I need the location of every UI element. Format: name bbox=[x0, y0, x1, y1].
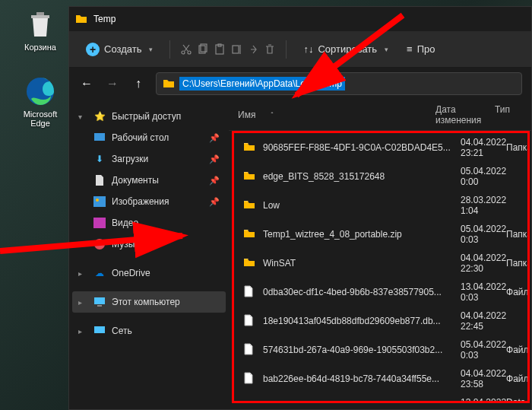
toolbar: + Создать ▾ ↑↓ Сортировать ▾ ≡ Про bbox=[69, 31, 531, 68]
star-icon: ⭐ bbox=[93, 110, 106, 122]
window-title: Temp bbox=[93, 14, 116, 24]
up-button[interactable]: ↑ bbox=[130, 75, 147, 92]
svg-point-1 bbox=[182, 51, 185, 54]
chevron-down-icon: ▾ bbox=[149, 46, 153, 53]
file-row[interactable]: 90685FEF-F88E-4DF1-9C0A-C02BDAD4E5...04.… bbox=[234, 133, 527, 162]
rename-icon[interactable] bbox=[230, 43, 243, 56]
view-label: Про bbox=[417, 43, 435, 55]
file-type: Data B bbox=[506, 397, 525, 403]
file-date: 05.04.2022 0:03 bbox=[461, 224, 506, 245]
sidebar-videos[interactable]: Видео bbox=[87, 212, 226, 234]
sidebar-item-label: Видео bbox=[112, 218, 138, 228]
sidebar-desktop[interactable]: Рабочий стол 📌 bbox=[87, 127, 226, 148]
file-type: Папка bbox=[506, 229, 530, 240]
sidebar-this-pc[interactable]: ▸ Этот компьютер bbox=[72, 291, 226, 313]
svg-point-2 bbox=[188, 51, 191, 54]
svg-point-10 bbox=[96, 199, 99, 202]
sidebar-documents[interactable]: Документы 📌 bbox=[87, 170, 226, 191]
folder-icon bbox=[163, 78, 175, 90]
pin-icon: 📌 bbox=[209, 176, 220, 186]
view-icon: ≡ bbox=[407, 43, 413, 55]
view-button[interactable]: ≡ Про bbox=[399, 39, 442, 59]
chevron-right-icon: ▸ bbox=[78, 269, 87, 278]
address-path[interactable]: C:\Users\Евгений\AppData\Local\Temp bbox=[179, 77, 345, 91]
column-date[interactable]: Дата изменения bbox=[435, 104, 495, 126]
chevron-down-icon: ▾ bbox=[78, 113, 87, 121]
plus-icon: + bbox=[86, 43, 100, 56]
edge-browser-icon[interactable]: Microsoft Edge bbox=[14, 76, 67, 128]
sort-button[interactable]: ↑↓ Сортировать ▾ bbox=[296, 39, 396, 59]
sidebar-item-label: Документы bbox=[112, 175, 159, 186]
svg-rect-15 bbox=[94, 326, 105, 333]
file-list[interactable]: 90685FEF-F88E-4DF1-9C0A-C02BDAD4E5...04.… bbox=[232, 131, 530, 403]
file-date: 28.03.2022 1:04 bbox=[461, 195, 506, 216]
content-area: ▾ ⭐ Быстрый доступ Рабочий стол 📌 ⬇ Загр… bbox=[69, 100, 531, 409]
back-button[interactable]: ← bbox=[78, 75, 95, 92]
nav-row: ← → ↑ C:\Users\Евгений\AppData\Local\Tem… bbox=[69, 68, 531, 100]
file-name: 18e190413af045db88dfbd29609eb877.db... bbox=[263, 316, 461, 326]
pin-icon: 📌 bbox=[209, 133, 220, 143]
file-name: WinSAT bbox=[263, 258, 461, 269]
titlebar[interactable]: Temp bbox=[69, 7, 531, 31]
file-row[interactable]: Temp1_wiztree_4_08_portable.zip05.04.202… bbox=[234, 220, 527, 249]
file-date: 13.04.2022 22:01 bbox=[461, 397, 506, 403]
file-row[interactable]: bab226ee-b64d-4819-bc78-7440a34ff55e...0… bbox=[234, 364, 527, 393]
svg-rect-13 bbox=[94, 297, 105, 304]
video-icon bbox=[93, 217, 106, 229]
cut-icon[interactable] bbox=[179, 43, 193, 56]
sidebar: ▾ ⭐ Быстрый доступ Рабочий стол 📌 ⬇ Загр… bbox=[69, 100, 229, 409]
sidebar-onedrive[interactable]: ▸ ☁ OneDrive bbox=[72, 262, 226, 284]
sidebar-item-label: Сеть bbox=[112, 326, 132, 336]
sidebar-item-label: Загрузки bbox=[112, 154, 148, 164]
sidebar-pictures[interactable]: Изображения 📌 bbox=[87, 191, 226, 212]
file-row[interactable]: bc3902d8132f43e3ae086a009979fa8813.04.20… bbox=[234, 393, 527, 403]
sort-label: Сортировать bbox=[318, 43, 377, 55]
share-icon[interactable] bbox=[246, 43, 260, 56]
sidebar-item-label: Изображения bbox=[112, 196, 169, 207]
trash-icon bbox=[25, 9, 55, 40]
file-row[interactable]: 0dba30ec-df1c-4bed-9b6b-837e38577905...1… bbox=[234, 278, 527, 307]
music-icon bbox=[93, 238, 106, 250]
sidebar-downloads[interactable]: ⬇ Загрузки 📌 bbox=[87, 148, 226, 170]
file-icon bbox=[243, 343, 257, 357]
desktop-icon bbox=[93, 132, 106, 144]
file-type: Папка bbox=[506, 258, 530, 269]
file-name: 90685FEF-F88E-4DF1-9C0A-C02BDAD4E5... bbox=[263, 142, 461, 153]
recycle-bin-icon[interactable]: Корзина bbox=[14, 9, 67, 52]
column-type[interactable]: Тип bbox=[495, 104, 522, 126]
file-type: Папка bbox=[506, 142, 530, 153]
svg-rect-9 bbox=[93, 196, 106, 207]
svg-point-12 bbox=[94, 239, 105, 249]
pc-icon bbox=[93, 296, 106, 308]
separator bbox=[169, 40, 170, 59]
image-icon bbox=[93, 195, 106, 208]
delete-icon[interactable] bbox=[263, 43, 277, 56]
sidebar-item-label: Рабочий стол bbox=[112, 132, 169, 143]
chevron-right-icon: ▸ bbox=[78, 327, 87, 335]
file-row[interactable]: WinSAT04.04.2022 22:30Папка bbox=[234, 249, 527, 278]
copy-icon[interactable] bbox=[196, 43, 210, 56]
file-row[interactable]: 574631bd-267a-40a9-969e-1905503f03b2...0… bbox=[234, 335, 527, 364]
pin-icon: 📌 bbox=[209, 154, 220, 164]
sidebar-item-label: Этот компьютер bbox=[112, 297, 180, 307]
file-row[interactable]: Low28.03.2022 1:04 bbox=[234, 191, 527, 220]
column-name[interactable]: Имя ˆ bbox=[238, 104, 435, 126]
sidebar-music[interactable]: Музыка bbox=[87, 234, 226, 255]
sidebar-network[interactable]: ▸ Сеть bbox=[72, 320, 226, 342]
file-row[interactable]: 18e190413af045db88dfbd29609eb877.db...04… bbox=[234, 307, 527, 335]
chevron-down-icon: ▾ bbox=[385, 46, 388, 53]
file-date: 13.04.2022 0:03 bbox=[461, 281, 506, 303]
file-icon bbox=[243, 372, 257, 386]
file-date: 04.04.2022 22:45 bbox=[461, 310, 506, 332]
file-icon bbox=[243, 401, 257, 403]
sort-asc-icon: ˆ bbox=[271, 111, 273, 119]
create-button[interactable]: + Создать ▾ bbox=[78, 38, 160, 61]
paste-icon[interactable] bbox=[213, 43, 226, 56]
file-date: 04.04.2022 22:30 bbox=[461, 253, 506, 274]
sidebar-quick-access[interactable]: ▾ ⭐ Быстрый доступ bbox=[72, 106, 226, 127]
forward-button[interactable]: → bbox=[104, 75, 121, 92]
file-list-header: Имя ˆ Дата изменения Тип bbox=[229, 100, 531, 131]
file-name: Low bbox=[263, 200, 461, 211]
file-row[interactable]: edge_BITS_8528_31517264805.04.2022 0:00 bbox=[234, 162, 527, 191]
address-bar[interactable]: C:\Users\Евгений\AppData\Local\Temp bbox=[156, 72, 522, 95]
